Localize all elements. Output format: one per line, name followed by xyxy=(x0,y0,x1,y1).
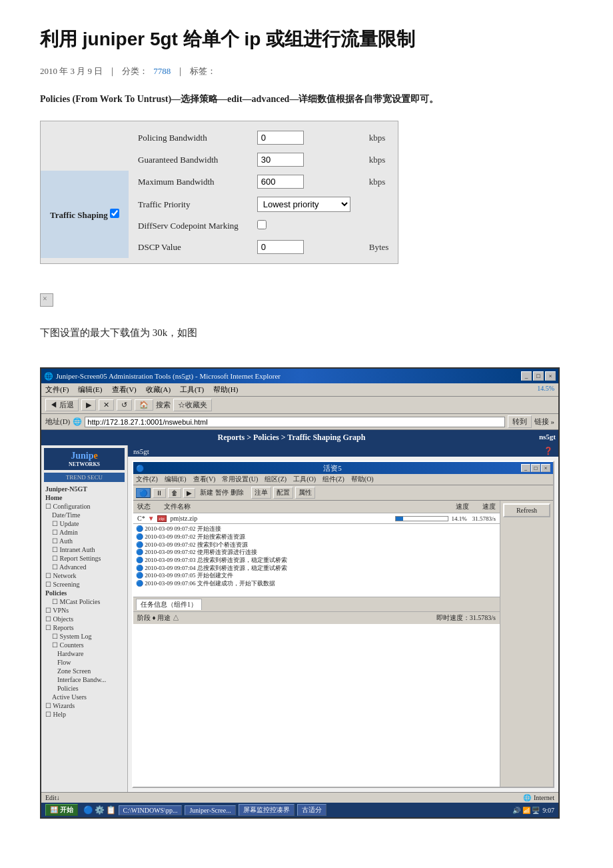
taskbar-item-other[interactable]: 古适分 xyxy=(297,804,326,816)
taskbar-icon-1[interactable]: 🔵 xyxy=(83,805,93,815)
taskbar-icon-3[interactable]: 📋 xyxy=(106,805,116,815)
taskbar-item-monitor[interactable]: 屏幕监控控凑界 xyxy=(239,804,295,816)
ie-home-button[interactable]: 🏠 xyxy=(135,399,153,411)
ie-menu-help[interactable]: 帮助(H) xyxy=(213,385,238,395)
sidebar-item-auth[interactable]: ☐ Auth xyxy=(44,537,125,545)
progress-fill xyxy=(396,517,403,521)
sidebar-item-zone-screen[interactable]: Zone Screen xyxy=(44,667,125,675)
sidebar-item-syslog[interactable]: ☐ System Log xyxy=(44,632,125,641)
sidebar-item-policies2[interactable]: Policies xyxy=(44,684,125,693)
inner-toolbar-start[interactable]: ▶ xyxy=(183,488,195,498)
ts-checkbox-diffserv[interactable] xyxy=(257,220,267,229)
inner-menu-group[interactable]: 组区(Z) xyxy=(265,475,287,484)
ie-main-content: ns5gt ❓ 🔵 活资5 _ □ × 文件(Z) 编辑(E) xyxy=(128,445,558,792)
sidebar-item-interface-bandw[interactable]: Interface Bandw... xyxy=(44,675,125,684)
sidebar-item-advanced[interactable]: ☐ Advanced xyxy=(44,563,125,571)
inner-menu-file[interactable]: 文件(Z) xyxy=(136,475,158,484)
sidebar-item-intranet-auth[interactable]: ☐ Intranet Auth xyxy=(44,545,125,554)
sidebar-item-wizards[interactable]: ☐ Wizards xyxy=(44,701,125,710)
ie-refresh-button[interactable]: ↺ xyxy=(117,399,132,411)
taskbar-start-button[interactable]: 🪟 开始 xyxy=(45,804,78,816)
ie-sidebar-logo2: TREND SECU xyxy=(44,473,125,482)
inner-toolbar-props[interactable]: 属性 xyxy=(295,487,315,499)
ie-address-label: 地址(D) xyxy=(45,417,70,427)
ie-status-edit[interactable]: Edit↓ xyxy=(45,794,60,801)
ts-input-cell-dscp[interactable] xyxy=(248,236,360,258)
sidebar-item-flow[interactable]: Flow xyxy=(44,658,125,667)
refresh-button[interactable]: Refresh xyxy=(503,503,550,517)
sidebar-item-datetime[interactable]: Date/Time xyxy=(44,511,125,519)
ts-checkbox-cell-diffserv[interactable] xyxy=(248,216,360,236)
ie-address-input[interactable] xyxy=(85,417,504,427)
ie-menu-view[interactable]: 查看(V) xyxy=(112,385,137,395)
sidebar-item-update[interactable]: ☐ Update xyxy=(44,519,125,528)
sidebar-item-mcast-policies[interactable]: ☐ MCast Policies xyxy=(44,597,125,606)
ie-menu-file[interactable]: 文件(F) xyxy=(45,385,69,395)
sidebar-item-objects[interactable]: ☐ Objects xyxy=(44,615,125,623)
inner-menu-tools[interactable]: 工具(O) xyxy=(293,475,316,484)
ie-help-icon[interactable]: ❓ xyxy=(544,447,553,455)
ts-input-cell-guaranteed[interactable] xyxy=(248,149,360,171)
inner-toolbar-label-new: 新建 xyxy=(200,488,213,497)
inner-toolbar-config[interactable]: 配置 xyxy=(273,487,293,499)
ie-back-button[interactable]: ◀ 后退 xyxy=(45,399,79,411)
taskbar-item-windows[interactable]: C:\WINDOWS\pp... xyxy=(119,805,183,815)
ie-go-button[interactable]: 转到 xyxy=(508,415,532,428)
ts-input-maximum[interactable] xyxy=(257,175,304,189)
ie-favorites-button[interactable]: ☆收藏夹 xyxy=(173,399,212,411)
sidebar-item-configuration[interactable]: ☐ Configuration xyxy=(44,502,125,511)
ie-menu-edit[interactable]: 编辑(E) xyxy=(78,385,102,395)
inner-menu-help[interactable]: 帮助(O) xyxy=(351,475,374,484)
ie-menu-favorites[interactable]: 收藏(A) xyxy=(146,385,171,395)
ts-input-cell-policing[interactable] xyxy=(248,127,360,149)
taskbar-icon-2[interactable]: ⚙️ xyxy=(95,805,105,815)
sidebar-item-home[interactable]: Home xyxy=(44,493,125,502)
ie-maximize-button[interactable]: □ xyxy=(533,371,544,381)
sidebar-item-reports[interactable]: ☐ Reports xyxy=(44,623,125,632)
inner-file-item[interactable]: C* ▼ zip pm|stz.zip 14.1% 31.5783/s xyxy=(133,513,500,523)
sidebar-item-report-settings[interactable]: ☐ Report Settings xyxy=(44,554,125,563)
traffic-shaping-checkbox[interactable] xyxy=(110,209,119,218)
ie-forward-button[interactable]: ▶ xyxy=(81,399,96,411)
ts-input-cell-maximum[interactable] xyxy=(248,171,360,193)
ts-row-guaranteed: Guaranteed Bandwidth kbps xyxy=(41,149,398,171)
ts-select-priority[interactable]: Lowest priority Low Medium High xyxy=(257,197,350,212)
inner-close-button[interactable]: × xyxy=(541,464,550,472)
inner-tab-1[interactable]: 任务信息（组件1） xyxy=(136,599,202,610)
taskbar-item-juniper[interactable]: Juniper-Scree... xyxy=(185,805,235,815)
ts-input-dscp[interactable] xyxy=(257,240,304,254)
sidebar-item-hardware[interactable]: Hardware xyxy=(44,649,125,658)
sidebar-item-screening[interactable]: ☐ Screening xyxy=(44,580,125,589)
sidebar-item-vpns[interactable]: ☐ VPNs xyxy=(44,606,125,615)
inner-toolbar-register[interactable]: 注单 xyxy=(251,487,271,499)
ie-close-button[interactable]: × xyxy=(545,371,556,381)
meta-category-link[interactable]: 7788 xyxy=(153,66,171,77)
ts-input-policing[interactable] xyxy=(257,131,304,145)
sidebar-item-policies[interactable]: Policies xyxy=(44,589,125,597)
sidebar-item-active-users[interactable]: Active Users xyxy=(44,693,125,701)
ie-menu-tools[interactable]: 工具(T) xyxy=(180,385,204,395)
inner-progress-bar: 14.1% 31.5783/s xyxy=(395,515,496,522)
inner-menu-settings[interactable]: 常用设置(U) xyxy=(222,475,258,484)
inner-toolbar-new[interactable]: 🔵 xyxy=(136,488,151,498)
ie-page-header: Reports > Policies > Traffic Shaping Gra… xyxy=(41,430,558,445)
inner-menu-view[interactable]: 查看(V) xyxy=(193,475,216,484)
inner-minimize-button[interactable]: _ xyxy=(521,464,530,472)
inner-toolbar-delete[interactable]: 🗑 xyxy=(168,488,181,498)
globe-icon: 🌐 xyxy=(523,794,531,801)
sidebar-item-admin[interactable]: ☐ Admin xyxy=(44,528,125,537)
inner-maximize-button[interactable]: □ xyxy=(531,464,540,472)
inner-menu-edit[interactable]: 编辑(E) xyxy=(165,475,187,484)
ie-status-internet: 🌐 Internet xyxy=(523,794,554,801)
ie-statusbar: Edit↓ 🌐 Internet xyxy=(41,792,558,803)
ts-select-cell-priority[interactable]: Lowest priority Low Medium High xyxy=(248,193,360,216)
traffic-shaping-table: Policing Bandwidth kbps Guaranteed Bandw… xyxy=(41,127,398,258)
inner-toolbar-pause[interactable]: ⏸ xyxy=(153,488,166,498)
ie-minimize-button[interactable]: _ xyxy=(521,371,532,381)
sidebar-item-counters[interactable]: ☐ Counters xyxy=(44,641,125,649)
inner-menu-component[interactable]: 组件(Z) xyxy=(322,475,344,484)
ie-stop-button[interactable]: ✕ xyxy=(99,399,114,411)
sidebar-item-help[interactable]: ☐ Help xyxy=(44,710,125,719)
sidebar-item-network[interactable]: ☐ Network xyxy=(44,571,125,580)
ts-input-guaranteed[interactable] xyxy=(257,153,304,167)
